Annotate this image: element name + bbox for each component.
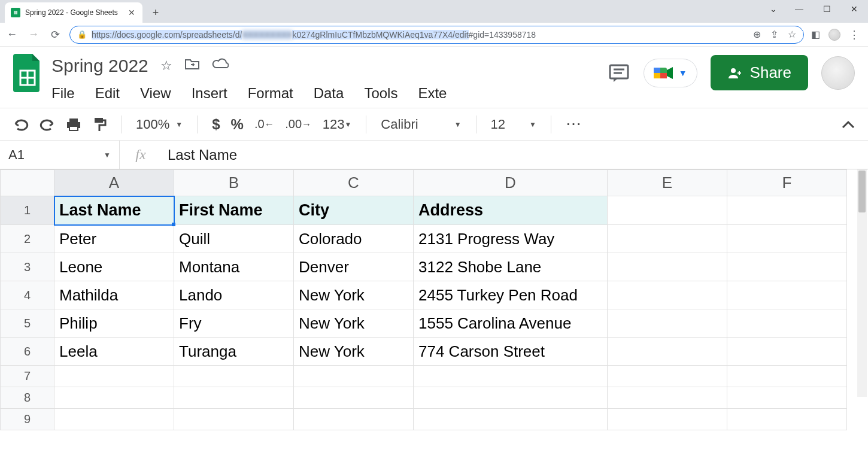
menu-insert[interactable]: Insert (192, 85, 227, 102)
account-avatar[interactable] (821, 56, 855, 90)
tab-close-icon[interactable]: ✕ (128, 8, 135, 17)
cell[interactable]: Peter (54, 225, 174, 253)
row-header[interactable]: 6 (1, 338, 54, 366)
cell[interactable] (608, 387, 727, 409)
chrome-menu-icon[interactable]: ⋮ (849, 28, 860, 41)
cell[interactable] (414, 366, 608, 387)
row-header[interactable]: 4 (1, 281, 54, 309)
percent-icon[interactable]: % (231, 116, 244, 133)
share-url-icon[interactable]: ⇪ (770, 29, 778, 40)
font-family-select[interactable]: Calibri▼ (381, 117, 461, 132)
paint-format-icon[interactable] (92, 117, 107, 132)
side-panel-icon[interactable]: ◧ (811, 29, 820, 40)
cell[interactable] (414, 387, 608, 409)
meet-button[interactable]: ▼ (644, 59, 697, 87)
cell-a1[interactable]: Last Name (54, 196, 174, 225)
menu-edit[interactable]: Edit (95, 85, 120, 102)
cell[interactable] (608, 309, 727, 338)
col-header-b[interactable]: B (174, 170, 294, 196)
maximize-icon[interactable]: ☐ (813, 0, 840, 18)
cell[interactable]: Leela (54, 338, 174, 366)
collapse-toolbar-icon[interactable] (842, 120, 855, 129)
zoom-select[interactable]: 100%▼ (136, 117, 183, 132)
menu-view[interactable]: View (140, 85, 171, 102)
cell[interactable] (54, 366, 174, 387)
cell[interactable] (54, 409, 174, 430)
menu-extensions[interactable]: Exte (418, 85, 447, 102)
address-bar[interactable]: 🔒 https://docs.google.com/spreadsheets/d… (69, 26, 804, 44)
cell[interactable]: New York (294, 338, 414, 366)
cell[interactable] (608, 281, 727, 309)
share-button[interactable]: Share (711, 55, 808, 90)
row-header[interactable]: 2 (1, 225, 54, 253)
cell[interactable] (727, 409, 847, 430)
row-header[interactable]: 3 (1, 253, 54, 281)
currency-icon[interactable]: $ (212, 116, 220, 133)
menu-tools[interactable]: Tools (364, 85, 397, 102)
undo-icon[interactable] (13, 118, 29, 131)
cell[interactable]: Turanga (174, 338, 294, 366)
increase-decimal-icon[interactable]: .00→ (285, 117, 311, 131)
cell[interactable]: First Name (174, 196, 294, 225)
cell[interactable] (174, 409, 294, 430)
cell[interactable] (608, 253, 727, 281)
cell[interactable]: Colorado (294, 225, 414, 253)
cell[interactable] (294, 387, 414, 409)
tab-search-icon[interactable]: ⌄ (761, 0, 785, 18)
cell[interactable] (727, 253, 847, 281)
col-header-c[interactable]: C (294, 170, 414, 196)
more-formats-select[interactable]: 123 ▼ (323, 117, 352, 132)
sheets-logo-icon[interactable] (12, 53, 43, 93)
cell[interactable] (727, 281, 847, 309)
forward-icon[interactable]: → (26, 28, 41, 41)
col-header-e[interactable]: E (608, 170, 727, 196)
row-header[interactable]: 5 (1, 309, 54, 338)
name-box[interactable]: A1▼ (0, 141, 120, 169)
star-icon[interactable]: ☆ (160, 58, 172, 74)
more-toolbar-icon[interactable]: ⋯ (566, 115, 581, 133)
cell[interactable]: Denver (294, 253, 414, 281)
cell[interactable] (174, 387, 294, 409)
row-header[interactable]: 9 (1, 409, 54, 430)
row-header[interactable]: 7 (1, 366, 54, 387)
cell[interactable]: City (294, 196, 414, 225)
cell[interactable]: Address (414, 196, 608, 225)
cell[interactable] (608, 409, 727, 430)
col-header-a[interactable]: A (54, 170, 174, 196)
cell[interactable] (727, 196, 847, 225)
vertical-scrollbar[interactable] (857, 169, 867, 397)
minimize-icon[interactable]: ― (785, 0, 813, 18)
zoom-page-icon[interactable]: ⊕ (753, 29, 761, 40)
close-window-icon[interactable]: ✕ (840, 0, 868, 18)
menu-data[interactable]: Data (314, 85, 344, 102)
comments-icon[interactable] (608, 62, 630, 84)
cell[interactable] (608, 225, 727, 253)
col-header-f[interactable]: F (727, 170, 847, 196)
redo-icon[interactable] (40, 118, 55, 131)
menu-file[interactable]: File (51, 85, 75, 102)
cell[interactable] (727, 387, 847, 409)
new-tab-button[interactable]: + (147, 4, 164, 21)
cell[interactable]: Mathilda (54, 281, 174, 309)
cell[interactable]: Lando (174, 281, 294, 309)
font-size-select[interactable]: 12▼ (491, 117, 536, 132)
formula-input[interactable]: Last Name (162, 147, 868, 163)
cell[interactable] (727, 225, 847, 253)
cell[interactable]: 1555 Carolina Avenue (414, 309, 608, 338)
cell[interactable]: Quill (174, 225, 294, 253)
print-icon[interactable] (66, 117, 81, 132)
profile-avatar-small[interactable] (828, 29, 840, 41)
spreadsheet-grid[interactable]: A B C D E F 1 Last Name First Name City … (0, 169, 868, 430)
cell[interactable]: 2455 Turkey Pen Road (414, 281, 608, 309)
cell[interactable]: Montana (174, 253, 294, 281)
bookmark-icon[interactable]: ☆ (788, 29, 796, 40)
cell[interactable]: 774 Carson Street (414, 338, 608, 366)
browser-tab[interactable]: Spring 2022 - Google Sheets ✕ (5, 2, 142, 23)
cell[interactable]: Leone (54, 253, 174, 281)
cell[interactable] (294, 409, 414, 430)
move-folder-icon[interactable] (184, 57, 200, 74)
cloud-status-icon[interactable] (212, 58, 229, 74)
reload-icon[interactable]: ⟳ (48, 28, 62, 41)
cell[interactable] (174, 366, 294, 387)
decrease-decimal-icon[interactable]: .0← (254, 117, 274, 131)
